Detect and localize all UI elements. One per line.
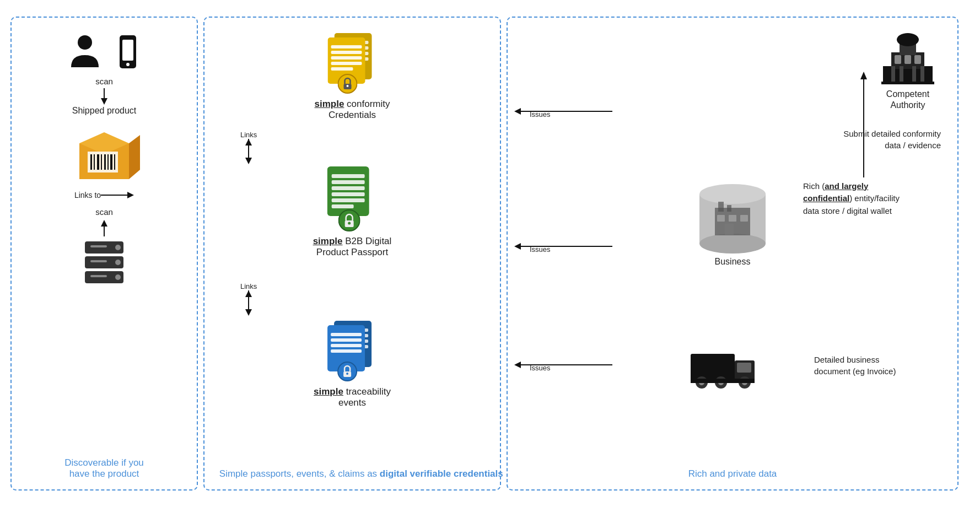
svg-rect-41: [331, 62, 362, 65]
right-panel-label: Rich and private data: [530, 468, 935, 479]
orange-doc-stack: [327, 33, 377, 91]
svg-marker-111: [514, 108, 521, 115]
svg-rect-52: [332, 186, 365, 190]
arrow-issues-top: [508, 103, 618, 120]
links-bottom-label: Links: [240, 282, 257, 290]
svg-point-0: [78, 35, 92, 50]
svg-rect-84: [895, 55, 901, 64]
svg-marker-8: [129, 135, 140, 179]
svg-rect-11: [94, 154, 95, 170]
svg-rect-109: [691, 379, 755, 383]
left-panel: scan Shipped product: [10, 17, 198, 491]
svg-rect-85: [904, 55, 911, 64]
svg-rect-29: [90, 260, 107, 262]
svg-rect-70: [331, 344, 362, 347]
person-icon: [70, 34, 100, 70]
middle-content: simple conformity Credentials Links: [204, 18, 500, 489]
arrow-links-bottom: [243, 290, 254, 318]
scan-bottom-label: scan: [95, 207, 113, 217]
svg-rect-38: [331, 45, 362, 48]
shipped-product-label: Shipped product: [72, 106, 137, 116]
svg-rect-49: [327, 166, 369, 216]
svg-rect-51: [332, 180, 365, 184]
truck-section: [691, 348, 757, 392]
arrow-issues-middle: [508, 238, 618, 255]
submit-conformity-label: Submit detailed conformitydata / evidenc…: [820, 128, 941, 151]
svg-rect-97: [729, 215, 736, 222]
links-bottom-section: Links: [240, 282, 257, 318]
svg-rect-87: [881, 82, 934, 84]
svg-rect-30: [90, 275, 107, 277]
business-cylinder-icon: [688, 177, 777, 255]
svg-point-26: [115, 260, 121, 265]
svg-rect-42: [331, 67, 353, 71]
links-to-label: Links to: [74, 191, 101, 200]
svg-rect-81: [900, 66, 903, 83]
svg-rect-83: [920, 66, 924, 83]
bottom-cred-rest: traceability: [343, 386, 391, 397]
svg-marker-60: [245, 309, 252, 316]
svg-marker-47: [245, 158, 252, 164]
svg-rect-28: [90, 245, 107, 247]
arrow-business-to-authority: [855, 67, 872, 177]
business-section: Business: [688, 177, 777, 267]
svg-rect-71: [331, 349, 362, 353]
phone-icon: [117, 34, 139, 70]
green-doc: [327, 166, 377, 227]
svg-rect-54: [332, 198, 365, 202]
svg-rect-9: [88, 152, 118, 173]
svg-rect-99: [725, 224, 734, 235]
competent-authority-label: CompetentAuthority: [886, 89, 929, 112]
svg-rect-86: [914, 55, 921, 64]
links-to-row: Links to: [74, 190, 134, 201]
svg-point-27: [115, 274, 121, 280]
bottom-cred-subtitle: events: [338, 397, 366, 408]
bottom-cred-simple: simple: [314, 386, 343, 397]
svg-rect-94: [718, 202, 724, 212]
svg-rect-68: [331, 333, 362, 336]
svg-rect-53: [332, 192, 365, 196]
middle-panel-label: Simple passports, events, & claims as di…: [219, 468, 485, 479]
svg-point-25: [115, 245, 121, 250]
svg-point-91: [699, 184, 766, 204]
svg-rect-102: [737, 363, 751, 373]
top-cred-rest: conformity: [344, 99, 390, 109]
middle-cred-subtitle: Product Passport: [316, 247, 388, 257]
top-icons-row: [70, 34, 139, 70]
svg-rect-17: [114, 154, 115, 170]
svg-marker-89: [860, 72, 867, 79]
truck-icon: [691, 348, 757, 390]
arrow-up-1: [99, 220, 110, 236]
svg-rect-98: [740, 215, 748, 222]
svg-rect-39: [331, 51, 362, 54]
rich-confidential-label: Rich (and largelyconfidential) entity/fa…: [803, 180, 946, 218]
svg-marker-113: [514, 243, 521, 250]
svg-rect-69: [331, 338, 362, 342]
svg-point-58: [348, 222, 351, 224]
top-cred-simple: simple: [315, 99, 344, 109]
right-content: CompetentAuthority Submit detailed confo…: [508, 18, 957, 489]
svg-point-45: [346, 85, 348, 87]
links-top-section: Links: [240, 131, 257, 166]
svg-rect-15: [107, 154, 109, 170]
svg-rect-96: [717, 215, 725, 222]
arrow-down-1: [99, 88, 110, 105]
svg-rect-55: [332, 204, 354, 208]
top-cred-subtitle: Credentials: [329, 110, 376, 120]
middle-panel: simple conformity Credentials Links: [203, 17, 501, 491]
arrow-issues-bottom: [508, 357, 618, 373]
right-panel: CompetentAuthority Submit detailed confo…: [507, 17, 959, 491]
svg-rect-13: [101, 154, 102, 170]
svg-rect-50: [332, 174, 365, 178]
arrow-links-to: [101, 190, 134, 201]
svg-rect-40: [331, 56, 362, 60]
scan-top-label: scan: [95, 77, 113, 86]
svg-marker-115: [514, 362, 521, 368]
middle-cred-title: simple B2B Digital Product Passport: [313, 236, 392, 258]
svg-marker-48: [245, 139, 252, 145]
svg-rect-14: [104, 154, 106, 170]
left-panel-label: Discoverable if youhave the product: [21, 457, 187, 479]
blue-doc-stack: [327, 321, 377, 379]
svg-point-74: [346, 373, 348, 375]
svg-rect-16: [110, 154, 112, 170]
